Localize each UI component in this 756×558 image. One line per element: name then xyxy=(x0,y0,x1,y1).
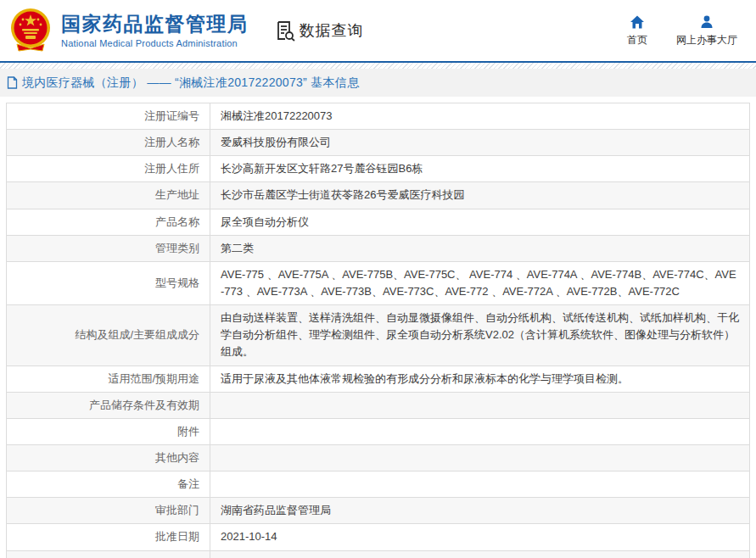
row-value: 由自动送样装置、送样清洗组件、自动显微摄像组件、自动分纸机构、试纸传送机构、试纸… xyxy=(210,305,750,365)
row-value: 湖南省药品监督管理局 xyxy=(210,498,750,524)
top-nav: 首页 网上办事大厅 xyxy=(627,14,737,47)
row-value: 适用于尿液及其他体液常规检验的有形成分分析和尿液标本的化学与理学项目检测。 xyxy=(210,365,750,392)
national-emblem-icon xyxy=(8,7,53,54)
row-label: 产品名称 xyxy=(7,209,210,235)
site-title: 国家药品监督管理局 xyxy=(61,13,249,35)
home-icon xyxy=(630,14,645,30)
content-area: 注册证编号湘械注准20172220073注册人名称爱威科技股份有限公司注册人住所… xyxy=(0,103,756,558)
row-value: AVE-775 、AVE-775A 、AVE-775B、AVE-775C、 AV… xyxy=(210,261,750,304)
table-row: 备注 xyxy=(7,472,750,498)
row-value: 爱威科技股份有限公司 xyxy=(210,130,750,156)
person-icon xyxy=(699,14,714,30)
row-value: 湘械注准20172220073 xyxy=(210,103,750,130)
table-row: 生产地址长沙市岳麓区学士街道茯苓路26号爱威医疗科技园 xyxy=(7,182,750,209)
site-logo: 国家药品监督管理局 National Medical Products Admi… xyxy=(8,7,249,54)
table-row: 型号规格AVE-775 、AVE-775A 、AVE-775B、AVE-775C… xyxy=(7,261,750,304)
table-row: 适用范围/预期用途适用于尿液及其他体液常规检验的有形成分分析和尿液标本的化学与理… xyxy=(7,365,750,392)
row-label: 结构及组成/主要组成成分 xyxy=(7,305,210,365)
nav-home[interactable]: 首页 xyxy=(627,14,647,47)
row-label: 备注 xyxy=(7,472,210,498)
row-label: 生效日期 xyxy=(7,550,210,558)
row-label: 注册证编号 xyxy=(7,103,210,130)
row-label: 批准日期 xyxy=(7,524,210,550)
table-row: 产品储存条件及有效期 xyxy=(7,392,750,418)
site-subtitle: National Medical Products Administration xyxy=(61,38,249,48)
data-query-label: 数据查询 xyxy=(300,20,364,41)
row-value xyxy=(210,550,750,558)
nav-online-hall[interactable]: 网上办事大厅 xyxy=(676,14,737,47)
page-header: 国家药品监督管理局 National Medical Products Admi… xyxy=(0,0,756,61)
table-row: 注册证编号湘械注准20172220073 xyxy=(7,103,750,130)
row-value: 尿全项自动分析仪 xyxy=(210,209,750,235)
row-label: 审批部门 xyxy=(7,498,210,524)
table-row: 审批部门湖南省药品监督管理局 xyxy=(7,498,750,524)
row-label: 其他内容 xyxy=(7,444,210,471)
row-label: 生产地址 xyxy=(7,182,210,209)
row-label: 管理类别 xyxy=(7,235,210,261)
site-title-stack: 国家药品监督管理局 National Medical Products Admi… xyxy=(61,13,249,47)
table-row: 附件 xyxy=(7,418,750,444)
table-row: 注册人名称爱威科技股份有限公司 xyxy=(7,130,750,156)
nav-home-label: 首页 xyxy=(627,33,647,47)
row-value: 2021-10-14 xyxy=(210,524,750,550)
table-row: 注册人住所长沙高新开发区文轩路27号麓谷钰园B6栋 xyxy=(7,156,750,182)
row-label: 适用范围/预期用途 xyxy=(7,365,210,392)
row-value: 长沙高新开发区文轩路27号麓谷钰园B6栋 xyxy=(210,156,750,182)
table-row: 产品名称尿全项自动分析仪 xyxy=(7,209,750,235)
info-table-body: 注册证编号湘械注准20172220073注册人名称爱威科技股份有限公司注册人住所… xyxy=(7,103,750,558)
hatch-band xyxy=(0,63,756,69)
info-table: 注册证编号湘械注准20172220073注册人名称爱威科技股份有限公司注册人住所… xyxy=(6,103,750,558)
table-row: 结构及组成/主要组成成分由自动送样装置、送样清洗组件、自动显微摄像组件、自动分纸… xyxy=(7,305,750,365)
table-row: 批准日期2021-10-14 xyxy=(7,524,750,550)
data-query-section: 数据查询 xyxy=(274,20,364,42)
row-value xyxy=(210,392,750,418)
document-icon xyxy=(7,76,18,89)
row-label: 注册人名称 xyxy=(7,130,210,156)
row-value xyxy=(210,472,750,498)
data-query-icon xyxy=(274,20,296,42)
breadcrumb: 境内医疗器械（注册） —— “湘械注准20172220073” 基本信息 xyxy=(0,69,756,97)
row-label: 型号规格 xyxy=(7,261,210,304)
row-value xyxy=(210,444,750,471)
table-row: 管理类别第二类 xyxy=(7,235,750,261)
nav-online-hall-label: 网上办事大厅 xyxy=(676,33,737,47)
breadcrumb-text: 境内医疗器械（注册） —— “湘械注准20172220073” 基本信息 xyxy=(22,75,359,91)
row-label: 产品储存条件及有效期 xyxy=(7,392,210,418)
table-row: 生效日期 xyxy=(7,550,750,558)
table-row: 其他内容 xyxy=(7,444,750,471)
row-label: 注册人住所 xyxy=(7,156,210,182)
row-value: 长沙市岳麓区学士街道茯苓路26号爱威医疗科技园 xyxy=(210,182,750,209)
row-value: 第二类 xyxy=(210,235,750,261)
row-label: 附件 xyxy=(7,418,210,444)
row-value xyxy=(210,418,750,444)
